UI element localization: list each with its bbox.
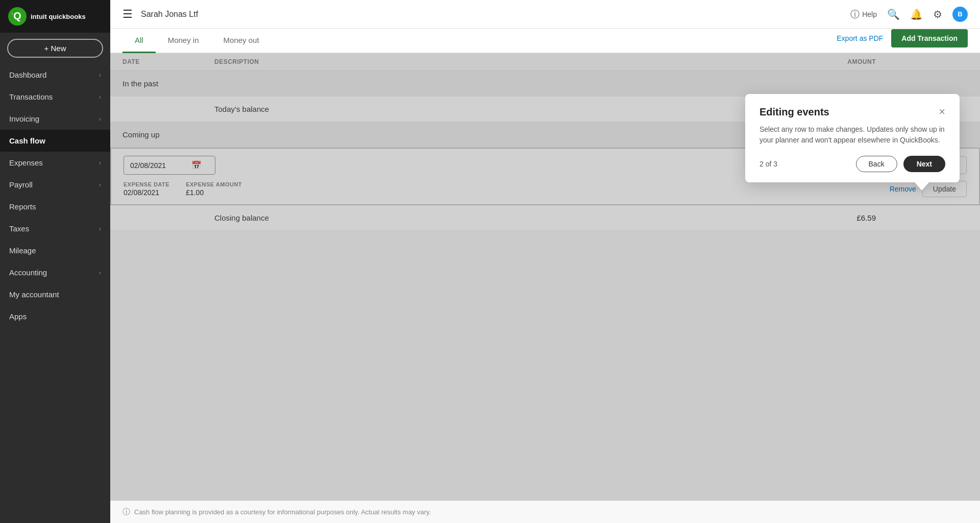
topbar: ☰ Sarah Jonas Ltf ⓘ Help 🔍 🔔 ⚙ B [110,0,980,29]
sidebar-header: Q i intuit quickbooks [0,0,110,33]
sidebar-item-label: Taxes [9,224,29,233]
info-icon: ⓘ [122,507,130,517]
content-area: DATE DESCRIPTION AMOUNT In the past Toda… [110,53,980,501]
company-name: Sarah Jonas Ltf [141,10,198,19]
col-description: DESCRIPTION [214,58,784,65]
popup-back-button[interactable]: Back [856,156,897,172]
sidebar-item-reports[interactable]: Reports [0,196,110,218]
sidebar-item-cashflow[interactable]: Cash flow [0,130,110,152]
col-extra [876,58,968,65]
tab-money-out[interactable]: Money out [211,29,272,53]
popup-footer: 2 of 3 Back Next [760,156,945,172]
topbar-right: ⓘ Help 🔍 🔔 ⚙ B [850,7,968,22]
tabs-left: AllMoney inMoney out [122,29,272,53]
sidebar-item-expenses[interactable]: Expenses› [0,152,110,174]
col-date: DATE [122,58,214,65]
date-input-wrap[interactable]: 02/08/2021 📅 [124,156,215,175]
tab-all[interactable]: All [122,29,156,53]
sidebar-item-transactions[interactable]: Transactions› [0,86,110,108]
sidebar-item-label: Apps [9,312,27,321]
popup-arrow [915,182,929,191]
sidebar-item-accounting[interactable]: Accounting› [0,262,110,283]
expense-amount-label: EXPENSE AMOUNT [186,181,242,187]
sidebar-item-mileage[interactable]: Mileage [0,240,110,262]
closing-balance-label: Closing balance [214,213,784,222]
search-icon[interactable]: 🔍 [887,8,900,20]
sidebar-item-label: Accounting [9,268,47,277]
new-button[interactable]: + New [7,39,103,58]
expense-amount-value: £1.00 [186,188,242,197]
tab-money-in[interactable]: Money in [156,29,211,53]
popup-title: Editing events [760,106,829,118]
tabs-bar: AllMoney inMoney out Export as PDF Add T… [110,29,980,53]
avatar[interactable]: B [952,7,968,22]
chevron-icon: › [99,225,101,232]
col-amount: AMOUNT [784,58,876,65]
sidebar-item-label: Invoicing [9,114,39,123]
popup-actions: Back Next [856,156,945,172]
main-content: ☰ Sarah Jonas Ltf ⓘ Help 🔍 🔔 ⚙ B AllMone… [110,0,980,523]
popup-next-button[interactable]: Next [903,156,945,172]
sidebar-nav: Dashboard›Transactions›Invoicing›Cash fl… [0,64,110,523]
expense-amount-detail: EXPENSE AMOUNT £1.00 [186,181,242,197]
todays-balance-label: Today's balance [214,105,784,113]
sidebar-item-label: Expenses [9,158,43,167]
qb-logo-icon: Q i [8,7,27,26]
section-in-the-past[interactable]: In the past [110,71,980,97]
sidebar-item-dashboard[interactable]: Dashboard› [0,64,110,86]
settings-icon[interactable]: ⚙ [933,8,942,20]
sidebar-item-label: My accountant [9,290,59,299]
popup-header: Editing events × [760,106,945,118]
help-label: Help [862,10,877,18]
remove-button[interactable]: Remove [890,185,916,193]
sidebar-item-invoicing[interactable]: Invoicing› [0,108,110,130]
export-pdf-button[interactable]: Export as PDF [837,34,883,42]
coming-up-label: Coming up [122,130,214,139]
svg-text:i: i [12,12,12,15]
add-transaction-button[interactable]: Add Transaction [891,29,968,47]
sidebar-item-apps[interactable]: Apps [0,305,110,327]
tabs-right: Export as PDF Add Transaction [837,29,968,53]
sidebar-item-label: Dashboard [9,70,46,79]
sidebar-item-label: Reports [9,202,36,211]
in-the-past-label: In the past [122,79,214,88]
closing-balance-row[interactable]: Closing balance £6.59 [110,205,980,231]
sidebar-item-label: Transactions [9,92,53,101]
expense-date-detail: EXPENSE DATE 02/08/2021 [124,181,169,197]
footer-note: ⓘ Cash flow planning is provided as a co… [110,501,980,523]
sidebar-item-label: Mileage [9,246,36,255]
sidebar: Q i intuit quickbooks + New Dashboard›Tr… [0,0,110,523]
chevron-icon: › [99,72,101,79]
table-header: DATE DESCRIPTION AMOUNT [110,53,980,71]
footer-note-text: Cash flow planning is provided as a cour… [134,508,431,516]
chevron-icon: › [99,159,101,167]
popup-close-button[interactable]: × [939,106,945,117]
date-input[interactable]: 02/08/2021 [130,161,186,170]
sidebar-item-label: Payroll [9,180,33,189]
sidebar-item-myaccountant[interactable]: My accountant [0,283,110,305]
sidebar-item-label: Cash flow [9,136,45,145]
hamburger-icon[interactable]: ☰ [122,8,133,21]
sidebar-item-taxes[interactable]: Taxes› [0,218,110,240]
chevron-icon: › [99,115,101,123]
help-button[interactable]: ⓘ Help [850,8,877,20]
chevron-icon: › [99,181,101,188]
popup-counter: 2 of 3 [760,160,777,168]
sidebar-item-payroll[interactable]: Payroll› [0,174,110,196]
expense-date-value: 02/08/2021 [124,188,169,197]
help-icon: ⓘ [850,8,860,20]
svg-text:Q: Q [13,10,21,21]
quickbooks-logo: Q i intuit quickbooks [8,7,87,26]
editing-events-popup: Editing events × Select any row to make … [745,94,960,182]
topbar-left: ☰ Sarah Jonas Ltf [122,8,198,21]
quickbooks-wordmark: intuit quickbooks [31,11,87,22]
calendar-icon[interactable]: 📅 [191,160,202,170]
popup-body: Select any row to make changes. Updates … [760,124,945,146]
svg-text:intuit quickbooks: intuit quickbooks [31,13,86,20]
chevron-icon: › [99,269,101,276]
closing-balance-amount: £6.59 [784,213,876,222]
editing-details: EXPENSE DATE 02/08/2021 EXPENSE AMOUNT £… [124,181,242,197]
editing-row-bottom: EXPENSE DATE 02/08/2021 EXPENSE AMOUNT £… [124,181,967,197]
notification-icon[interactable]: 🔔 [910,8,923,20]
chevron-icon: › [99,93,101,101]
